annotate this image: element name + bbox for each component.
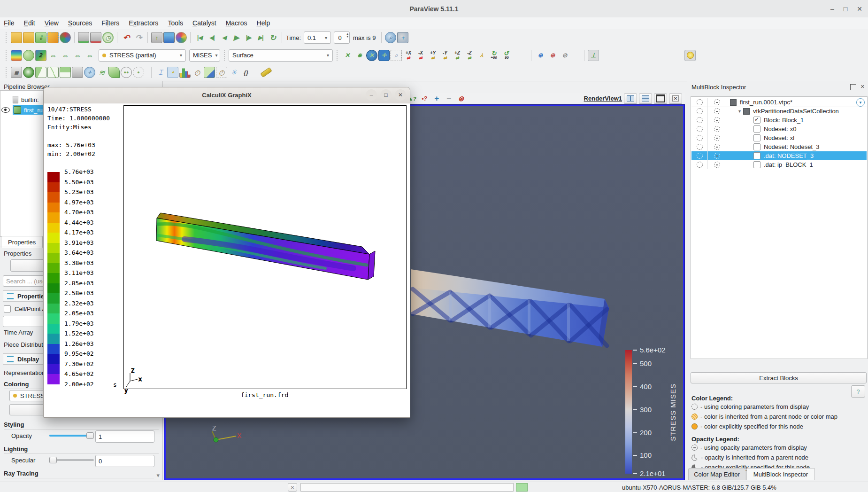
isometric-view-icon[interactable]: ⅄: [476, 50, 487, 61]
menu-filters[interactable]: Filters: [101, 19, 119, 27]
rotate-cw-icon[interactable]: ↻+90: [488, 50, 499, 61]
visibility-checkbox[interactable]: [753, 117, 760, 124]
interactive-select-icon[interactable]: ✳: [228, 67, 239, 78]
slice-icon[interactable]: [47, 67, 59, 78]
search-data-icon[interactable]: ⌕: [385, 32, 396, 43]
vcr-next-icon[interactable]: |▶: [243, 32, 254, 43]
minimize-icon[interactable]: –: [830, 5, 834, 13]
plot-data-icon[interactable]: [204, 67, 215, 78]
rescale-custom-icon[interactable]: 2: [35, 50, 46, 61]
plot-selection-over-time-icon[interactable]: ◴: [216, 67, 227, 78]
opacity-field[interactable]: 1: [95, 430, 154, 443]
menu-help[interactable]: Help: [257, 19, 270, 27]
rotate-ccw-icon[interactable]: ↺-90: [500, 50, 512, 61]
view-plus-x-icon[interactable]: +X⇄: [403, 50, 414, 61]
opacity-slider[interactable]: [49, 432, 94, 439]
specular-field[interactable]: 0: [95, 455, 154, 467]
load-palette-icon[interactable]: [163, 32, 175, 43]
color-state-icon[interactable]: [697, 108, 703, 114]
zoom-to-data-icon[interactable]: ⋇: [354, 50, 365, 61]
calculator-icon[interactable]: ▦: [11, 67, 22, 78]
frame-spinbox[interactable]: 0 ▴▾: [334, 31, 350, 44]
menu-file[interactable]: File: [4, 19, 15, 27]
rv-remove-icon[interactable]: −: [443, 93, 454, 104]
opacity-state-icon[interactable]: [714, 99, 720, 105]
tree-row[interactable]: ▾vtkPartitionedDataSetCollection: [691, 107, 867, 116]
extract-blocks-button[interactable]: Extract Blocks: [691, 372, 867, 383]
rescale-custom-range-icon[interactable]: ⇔: [60, 50, 71, 61]
pipeline-item-builtin[interactable]: builtin:: [13, 94, 39, 105]
cell-point-checkbox[interactable]: [4, 305, 11, 312]
view-minus-y-icon[interactable]: -Y⇄: [439, 50, 451, 61]
zoom-closest-to-data-icon[interactable]: ✛: [378, 50, 390, 61]
visibility-checkbox[interactable]: [753, 134, 760, 141]
menu-catalyst[interactable]: Catalyst: [192, 19, 216, 27]
view-plus-y-icon[interactable]: +Y⇄: [427, 50, 438, 61]
save-screenshot-icon[interactable]: [47, 32, 59, 43]
reset-camera-icon[interactable]: ✕: [342, 50, 353, 61]
cgx-window[interactable]: CalculiX GraphiX – □ ✕ 10/47:STRESS Time…: [43, 87, 410, 418]
group-datasets-icon[interactable]: ●●: [121, 67, 132, 78]
tree-row-root[interactable]: first_run.0001.vtpc* ▾: [691, 98, 867, 107]
server-disconnect-icon[interactable]: [90, 32, 101, 43]
opacity-state-icon[interactable]: [714, 135, 720, 141]
tree-row[interactable]: Block: Block_1: [691, 116, 867, 125]
extract-selection-icon[interactable]: ✦: [167, 67, 178, 78]
color-state-icon[interactable]: [697, 162, 703, 168]
server-connect-icon[interactable]: [78, 32, 89, 43]
ungroup-icon[interactable]: ●: [133, 67, 144, 78]
eye-icon[interactable]: [1, 107, 10, 113]
color-state-icon[interactable]: [697, 126, 703, 132]
open-file-icon[interactable]: [11, 32, 22, 43]
specular-slider[interactable]: [49, 457, 94, 463]
tree-row[interactable]: .dat: ip_BLOCK_1: [691, 160, 867, 169]
tree-row[interactable]: Nodeset: x0: [691, 125, 867, 133]
stress-colorbar[interactable]: [625, 350, 632, 474]
opacity-state-icon[interactable]: [714, 117, 720, 123]
rescale-visible-icon[interactable]: ⇔: [84, 50, 95, 61]
menu-sources[interactable]: Sources: [68, 19, 92, 27]
menu-edit[interactable]: Edit: [24, 19, 35, 27]
split-vertical-icon[interactable]: [639, 94, 652, 104]
visibility-checkbox[interactable]: [753, 161, 760, 168]
reset-camera-closest-icon[interactable]: ✕: [366, 50, 377, 61]
maximize-view-icon[interactable]: [654, 94, 667, 104]
time-combo[interactable]: 0.1 ▾: [304, 31, 331, 44]
light-kit-toggle-icon[interactable]: [684, 50, 696, 61]
undo-icon[interactable]: ↶: [121, 32, 132, 43]
vcr-last-icon[interactable]: ▶|: [255, 32, 266, 43]
cancel-progress-button[interactable]: ✕: [288, 483, 297, 492]
timer-icon[interactable]: ◷: [102, 32, 114, 43]
rv-cancel-icon[interactable]: ⊗: [455, 93, 467, 104]
colormap-toggle-icon[interactable]: [11, 50, 22, 61]
spin-down-icon[interactable]: ▾: [347, 35, 349, 38]
visibility-checkbox[interactable]: [753, 152, 760, 159]
rv-add-icon[interactable]: +: [431, 93, 442, 104]
float-panel-icon[interactable]: [850, 84, 856, 90]
python-icon[interactable]: {}: [240, 67, 252, 78]
color-array-combo[interactable]: STRESS (partial) ▾: [99, 49, 186, 62]
plot-over-line-icon[interactable]: ⌶: [155, 67, 166, 78]
clip-icon[interactable]: [35, 67, 46, 78]
view-minus-x-icon[interactable]: -X⇄: [415, 50, 426, 61]
solid-color-icon[interactable]: [23, 50, 34, 61]
glyph-icon[interactable]: ✛: [84, 67, 95, 78]
visibility-checkbox[interactable]: [753, 143, 760, 150]
auto-apply-icon[interactable]: ↑: [151, 32, 162, 43]
close-view-icon[interactable]: ✕: [669, 94, 682, 104]
opacity-state-icon[interactable]: [714, 108, 720, 114]
orientation-axes-toggle-icon[interactable]: ⊥: [588, 50, 599, 61]
cgx-titlebar[interactable]: CalculiX GraphiX – □ ✕: [44, 87, 410, 103]
opacity-state-icon[interactable]: [714, 153, 720, 159]
color-state-icon[interactable]: [697, 117, 703, 123]
zoom-to-box-icon[interactable]: ⌕: [391, 50, 402, 61]
show-center-axes-icon[interactable]: ⊘: [559, 50, 570, 61]
find-data-icon[interactable]: +: [397, 32, 408, 43]
close-icon[interactable]: ✕: [857, 5, 862, 13]
color-state-icon[interactable]: [697, 144, 703, 150]
menu-extractors[interactable]: Extractors: [129, 19, 158, 27]
chevron-circle-icon[interactable]: ▾: [856, 98, 865, 107]
scroll-down-icon[interactable]: ▾: [156, 472, 160, 479]
close-panel-icon[interactable]: ✕: [860, 84, 865, 90]
cgx-close-icon[interactable]: ✕: [395, 89, 406, 101]
